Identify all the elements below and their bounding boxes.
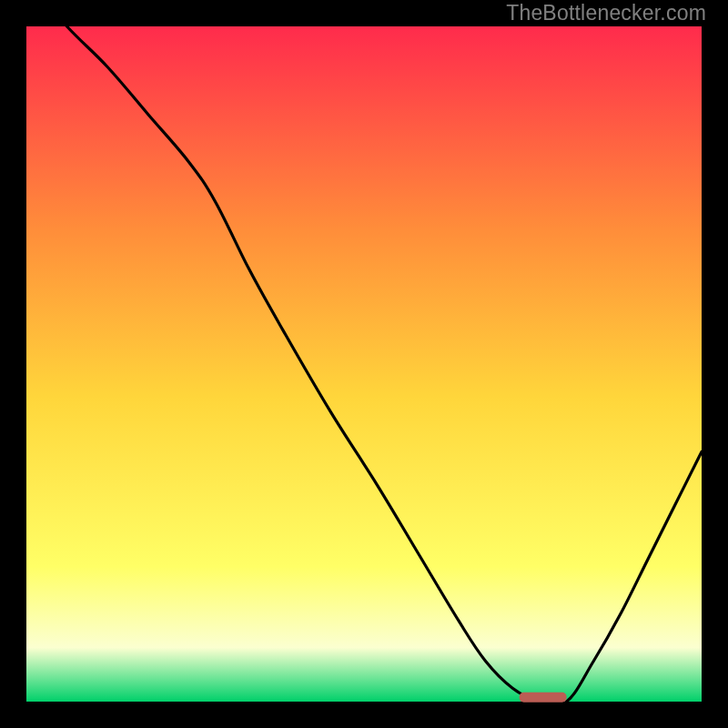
bottleneck-chart (0, 0, 728, 728)
gradient-background (26, 26, 702, 702)
optimal-marker (520, 693, 567, 703)
watermark-text: TheBottlenecker.com (506, 1, 706, 25)
chart-frame: TheBottlenecker.com (0, 0, 728, 728)
